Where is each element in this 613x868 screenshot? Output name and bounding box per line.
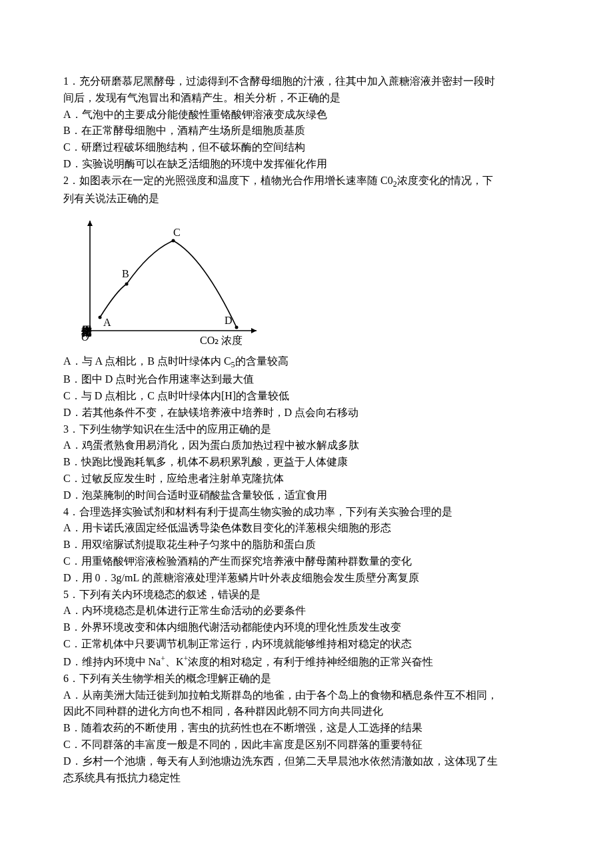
- chart-xlabel: CO₂ 浓度: [200, 335, 243, 346]
- q4-stem: 4．合理选择实验试剂和材料有利于提高生物实验的成功率，下列有关实验合理的是: [63, 504, 550, 521]
- q2-option-c: C．与 D 点相比，C 点时叶绿体内[H]的含量较低: [63, 388, 550, 405]
- q2-stem-line2: 列有关说法正确的是: [63, 191, 550, 207]
- q5-option-d: D．维持内环境中 Na+、K+浓度的相对稳定，有利于维持神经细胞的正常兴奋性: [63, 653, 550, 671]
- q4-option-d: D．用 0．3g/mL 的蔗糖溶液处理洋葱鳞片叶外表皮细胞会发生质壁分离复原: [63, 570, 550, 587]
- q3-option-a: A．鸡蛋煮熟食用易消化，因为蛋白质加热过程中被水解成多肽: [63, 437, 550, 454]
- q4-option-a: A．用卡诺氏液固定经低温诱导染色体数目变化的洋葱根尖细胞的形态: [63, 520, 550, 537]
- q2-stem-line1-pre: 2．如图表示在一定的光照强度和温度下，植物光合作用增长速率随 C0: [63, 175, 393, 186]
- q5-option-c: C．正常机体中只要调节机制正常运行，内环境就能够维持相对稳定的状态: [63, 636, 550, 653]
- q6-option-c: C．不同群落的丰富度一般是不同的，因此丰富度是区别不同群落的重要特征: [63, 737, 550, 753]
- q5-option-b: B．外界环境改变和体内细胞代谢活动都能使内环境的理化性质发生改变: [63, 619, 550, 636]
- chart-point-c: C: [173, 227, 181, 238]
- q3-option-b: B．快跑比慢跑耗氧多，机体不易积累乳酸，更益于人体健康: [63, 454, 550, 471]
- q2-a-pre: A．与 A 点相比，B 点时叶绿体内 C: [63, 355, 231, 367]
- q1-option-a: A．气泡中的主要成分能使酸性重铬酸钾溶液变成灰绿色: [63, 107, 550, 123]
- chart-origin: O: [81, 331, 89, 343]
- svg-marker-1: [251, 328, 257, 333]
- q2-figure: A B C D O CO₂ 浓度 光合作用增长速率: [63, 211, 550, 351]
- q2-option-d: D．若其他条件不变，在缺镁培养液中培养时，D 点会向右移动: [63, 405, 550, 421]
- q1-option-c: C．研磨过程破坏细胞结构，但不破坏酶的空间结构: [63, 139, 550, 156]
- chart-point-d: D: [225, 315, 233, 326]
- svg-marker-3: [87, 221, 93, 226]
- q1-option-b: B．在正常酵母细胞中，酒精产生场所是细胞质基质: [63, 123, 550, 139]
- q5-d-post: 浓度的相对稳定，有利于维持神经细胞的正常兴奋性: [188, 656, 433, 667]
- chart-point-b: B: [122, 268, 129, 279]
- q2-stem-line1: 2．如图表示在一定的光照强度和温度下，植物光合作用增长速率随 C02浓度变化的情…: [63, 173, 550, 191]
- q2-chart-svg: A B C D O CO₂ 浓度 光合作用增长速率: [63, 211, 263, 351]
- q4-option-c: C．用重铬酸钾溶液检验酒精的产生而探究培养液中酵母菌种群数量的变化: [63, 553, 550, 570]
- svg-point-6: [172, 239, 175, 243]
- svg-point-4: [99, 316, 102, 319]
- q3-option-d: D．泡菜腌制的时间合适时亚硝酸盐含量较低，适宜食用: [63, 487, 550, 504]
- q3-stem: 3．下列生物学知识在生活中的应用正确的是: [63, 421, 550, 438]
- q5-option-a: A．内环境稳态是机体进行正常生命活动的必要条件: [63, 603, 550, 619]
- q5-stem: 5．下列有关内环境稳态的叙述，错误的是: [63, 587, 550, 603]
- q2-option-b: B．图中 D 点时光合作用速率达到最大值: [63, 371, 550, 388]
- q2-stem-line1-post: 浓度变化的情况，下: [397, 175, 493, 186]
- q6-stem: 6．下列有关生物学相关的概念理解正确的是: [63, 671, 550, 687]
- q1-stem-line1: 1．充分研磨慕尼黑酵母，过滤得到不含酵母细胞的汁液，往其中加入蔗糖溶液并密封一段…: [63, 73, 550, 90]
- q5-d-sup1: +: [161, 654, 165, 663]
- q5-d-mid: 、K: [165, 656, 184, 667]
- svg-point-5: [125, 283, 129, 286]
- svg-point-7: [235, 326, 239, 329]
- q6-option-a-line1: A．从南美洲大陆迁徙到加拉帕戈斯群岛的地雀，由于各个岛上的食物和栖息条件互不相同…: [63, 687, 550, 704]
- q1-stem-line2: 间后，发现有气泡冒出和酒精产生。相关分析，不正确的是: [63, 90, 550, 107]
- q5-d-pre: D．维持内环境中 Na: [63, 656, 161, 667]
- q2-option-a: A．与 A 点相比，B 点时叶绿体内 C5的含量较高: [63, 353, 550, 371]
- chart-point-a: A: [103, 317, 111, 328]
- q1-option-d: D．实验说明酶可以在缺乏活细胞的环境中发挥催化作用: [63, 156, 550, 173]
- q6-option-a-line2: 因此不同种群的进化方向也不相同，各种群因此朝不同方向共同进化: [63, 703, 550, 720]
- q4-option-b: B．用双缩脲试剂提取花生种子匀浆中的脂肪和蛋白质: [63, 537, 550, 553]
- q6-option-b: B．随着农药的不断使用，害虫的抗药性也在不断增强，这是人工选择的结果: [63, 720, 550, 737]
- q6-option-d-line2: 态系统具有抵抗力稳定性: [63, 770, 550, 787]
- q3-option-c: C．过敏反应发生时，应给患者注射单克隆抗体: [63, 471, 550, 487]
- q2-a-post: 的含量较高: [235, 355, 289, 367]
- q6-option-d-line1: D．乡村一个池塘，每天有人到池塘边洗东西，但第二天早晨池水依然清澈如故，这体现了…: [63, 753, 550, 770]
